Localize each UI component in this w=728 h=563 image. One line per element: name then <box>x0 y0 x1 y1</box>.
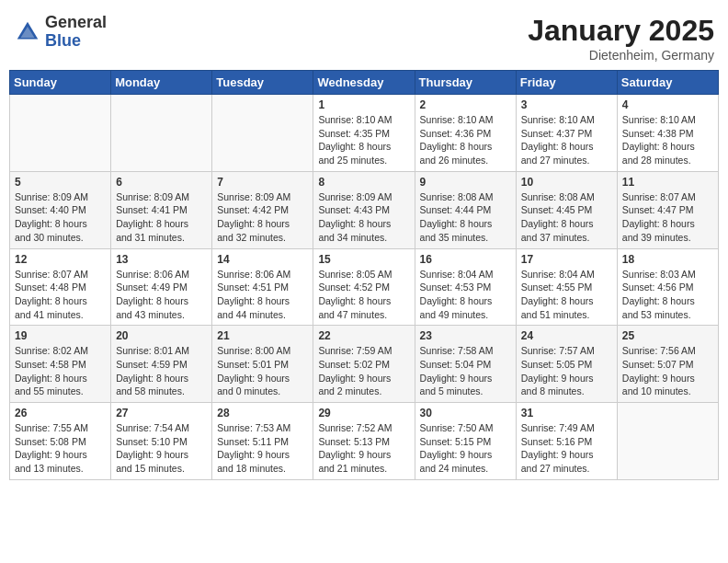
calendar-cell: 9Sunrise: 8:08 AM Sunset: 4:44 PM Daylig… <box>415 171 516 248</box>
day-info: Sunrise: 8:04 AM Sunset: 4:53 PM Dayligh… <box>420 268 511 322</box>
day-info: Sunrise: 7:52 AM Sunset: 5:13 PM Dayligh… <box>318 421 409 476</box>
day-info: Sunrise: 8:02 AM Sunset: 4:58 PM Dayligh… <box>15 344 106 398</box>
day-number: 20 <box>116 329 207 342</box>
day-number: 19 <box>15 329 106 342</box>
day-info: Sunrise: 8:05 AM Sunset: 4:52 PM Dayligh… <box>318 268 409 322</box>
day-number: 1 <box>318 98 409 111</box>
day-number: 6 <box>116 176 207 189</box>
day-info: Sunrise: 8:07 AM Sunset: 4:47 PM Dayligh… <box>622 190 713 245</box>
day-of-week-header: Wednesday <box>313 71 415 95</box>
day-number: 17 <box>521 253 612 266</box>
calendar-cell: 16Sunrise: 8:04 AM Sunset: 4:53 PM Dayli… <box>415 248 516 326</box>
calendar-cell: 20Sunrise: 8:01 AM Sunset: 4:59 PM Dayli… <box>111 326 212 403</box>
calendar-cell: 25Sunrise: 7:56 AM Sunset: 5:07 PM Dayli… <box>617 326 718 403</box>
day-info: Sunrise: 8:06 AM Sunset: 4:51 PM Dayligh… <box>217 268 308 322</box>
day-number: 5 <box>15 176 106 189</box>
day-number: 9 <box>420 176 511 189</box>
day-info: Sunrise: 8:06 AM Sunset: 4:49 PM Dayligh… <box>116 268 207 322</box>
calendar-cell: 26Sunrise: 7:55 AM Sunset: 5:08 PM Dayli… <box>10 403 111 480</box>
calendar-cell: 22Sunrise: 7:59 AM Sunset: 5:02 PM Dayli… <box>313 326 415 403</box>
day-number: 10 <box>521 176 612 189</box>
calendar-cell: 19Sunrise: 8:02 AM Sunset: 4:58 PM Dayli… <box>10 326 111 403</box>
day-info: Sunrise: 7:56 AM Sunset: 5:07 PM Dayligh… <box>622 344 713 398</box>
day-info: Sunrise: 7:54 AM Sunset: 5:10 PM Dayligh… <box>116 421 207 476</box>
day-info: Sunrise: 8:01 AM Sunset: 4:59 PM Dayligh… <box>116 344 207 398</box>
day-info: Sunrise: 8:04 AM Sunset: 4:55 PM Dayligh… <box>521 268 612 322</box>
calendar-week-row: 26Sunrise: 7:55 AM Sunset: 5:08 PM Dayli… <box>10 403 719 480</box>
calendar-cell: 11Sunrise: 8:07 AM Sunset: 4:47 PM Dayli… <box>617 171 718 248</box>
calendar-cell: 21Sunrise: 8:00 AM Sunset: 5:01 PM Dayli… <box>212 326 313 403</box>
calendar-cell: 31Sunrise: 7:49 AM Sunset: 5:16 PM Dayli… <box>516 403 617 480</box>
day-of-week-header: Tuesday <box>212 71 313 95</box>
day-number: 22 <box>318 329 409 342</box>
logo-text: General Blue <box>45 14 107 51</box>
logo-icon <box>14 18 41 46</box>
calendar-cell: 23Sunrise: 7:58 AM Sunset: 5:04 PM Dayli… <box>415 326 516 403</box>
calendar-cell: 13Sunrise: 8:06 AM Sunset: 4:49 PM Dayli… <box>111 248 212 326</box>
calendar-cell <box>111 95 212 172</box>
day-info: Sunrise: 7:49 AM Sunset: 5:16 PM Dayligh… <box>521 421 612 476</box>
day-number: 21 <box>217 329 308 342</box>
day-number: 23 <box>420 329 511 342</box>
calendar-cell: 14Sunrise: 8:06 AM Sunset: 4:51 PM Dayli… <box>212 248 313 326</box>
calendar-cell: 12Sunrise: 8:07 AM Sunset: 4:48 PM Dayli… <box>10 248 111 326</box>
day-number: 15 <box>318 253 409 266</box>
day-info: Sunrise: 7:59 AM Sunset: 5:02 PM Dayligh… <box>318 344 409 398</box>
logo-blue-text: Blue <box>45 32 107 51</box>
calendar-cell: 17Sunrise: 8:04 AM Sunset: 4:55 PM Dayli… <box>516 248 617 326</box>
calendar-cell: 24Sunrise: 7:57 AM Sunset: 5:05 PM Dayli… <box>516 326 617 403</box>
calendar-cell <box>10 95 111 172</box>
day-info: Sunrise: 7:53 AM Sunset: 5:11 PM Dayligh… <box>217 421 308 476</box>
title-block: January 2025 Dietenheim, Germany <box>528 14 714 63</box>
day-info: Sunrise: 8:09 AM Sunset: 4:43 PM Dayligh… <box>318 190 409 245</box>
day-number: 2 <box>420 98 511 111</box>
day-info: Sunrise: 8:00 AM Sunset: 5:01 PM Dayligh… <box>217 344 308 398</box>
calendar-cell: 15Sunrise: 8:05 AM Sunset: 4:52 PM Dayli… <box>313 248 415 326</box>
calendar-cell: 18Sunrise: 8:03 AM Sunset: 4:56 PM Dayli… <box>617 248 718 326</box>
calendar-cell: 28Sunrise: 7:53 AM Sunset: 5:11 PM Dayli… <box>212 403 313 480</box>
day-number: 27 <box>116 407 207 419</box>
day-info: Sunrise: 8:10 AM Sunset: 4:38 PM Dayligh… <box>622 113 713 167</box>
calendar-week-row: 19Sunrise: 8:02 AM Sunset: 4:58 PM Dayli… <box>10 326 719 403</box>
calendar-header-row: SundayMondayTuesdayWednesdayThursdayFrid… <box>10 71 719 95</box>
logo: General Blue <box>14 14 107 51</box>
day-number: 24 <box>521 329 612 342</box>
day-of-week-header: Sunday <box>10 71 111 95</box>
day-of-week-header: Monday <box>111 71 212 95</box>
day-info: Sunrise: 8:10 AM Sunset: 4:35 PM Dayligh… <box>318 113 409 167</box>
day-info: Sunrise: 7:55 AM Sunset: 5:08 PM Dayligh… <box>15 421 106 476</box>
day-number: 26 <box>15 407 106 419</box>
day-of-week-header: Thursday <box>415 71 516 95</box>
location-subtitle: Dietenheim, Germany <box>528 48 714 63</box>
day-number: 30 <box>420 407 511 419</box>
day-info: Sunrise: 8:10 AM Sunset: 4:37 PM Dayligh… <box>521 113 612 167</box>
calendar-cell: 4Sunrise: 8:10 AM Sunset: 4:38 PM Daylig… <box>617 95 718 172</box>
logo-general-text: General <box>45 14 107 32</box>
day-info: Sunrise: 8:09 AM Sunset: 4:41 PM Dayligh… <box>116 190 207 245</box>
calendar-cell: 6Sunrise: 8:09 AM Sunset: 4:41 PM Daylig… <box>111 171 212 248</box>
day-number: 16 <box>420 253 511 266</box>
calendar-cell: 3Sunrise: 8:10 AM Sunset: 4:37 PM Daylig… <box>516 95 617 172</box>
day-number: 12 <box>15 253 106 266</box>
day-number: 29 <box>318 407 409 419</box>
calendar-cell: 29Sunrise: 7:52 AM Sunset: 5:13 PM Dayli… <box>313 403 415 480</box>
month-title: January 2025 <box>528 14 714 48</box>
day-number: 18 <box>622 253 713 266</box>
day-of-week-header: Friday <box>516 71 617 95</box>
calendar-cell: 5Sunrise: 8:09 AM Sunset: 4:40 PM Daylig… <box>10 171 111 248</box>
page-header: General Blue January 2025 Dietenheim, Ge… <box>9 9 719 63</box>
day-info: Sunrise: 8:08 AM Sunset: 4:45 PM Dayligh… <box>521 190 612 245</box>
day-number: 11 <box>622 176 713 189</box>
day-number: 14 <box>217 253 308 266</box>
day-number: 4 <box>622 98 713 111</box>
day-info: Sunrise: 8:07 AM Sunset: 4:48 PM Dayligh… <box>15 268 106 322</box>
day-info: Sunrise: 8:09 AM Sunset: 4:42 PM Dayligh… <box>217 190 308 245</box>
calendar-table: SundayMondayTuesdayWednesdayThursdayFrid… <box>9 70 719 480</box>
day-info: Sunrise: 8:10 AM Sunset: 4:36 PM Dayligh… <box>420 113 511 167</box>
day-number: 31 <box>521 407 612 419</box>
day-of-week-header: Saturday <box>617 71 718 95</box>
calendar-cell: 8Sunrise: 8:09 AM Sunset: 4:43 PM Daylig… <box>313 171 415 248</box>
day-info: Sunrise: 7:58 AM Sunset: 5:04 PM Dayligh… <box>420 344 511 398</box>
calendar-cell: 10Sunrise: 8:08 AM Sunset: 4:45 PM Dayli… <box>516 171 617 248</box>
day-number: 13 <box>116 253 207 266</box>
